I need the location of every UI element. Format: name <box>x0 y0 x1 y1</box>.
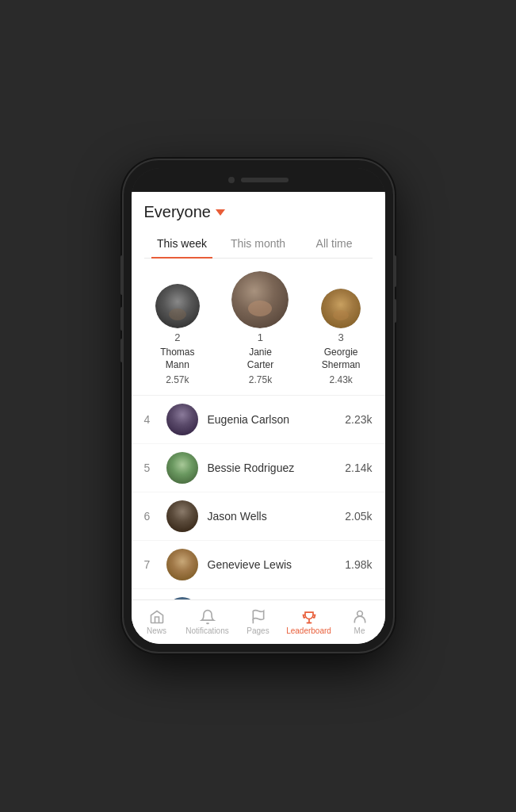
leaderboard-content: 1 Janie Carter 2.75k <box>132 259 385 599</box>
list-score: 2.05k <box>345 510 372 523</box>
camera <box>228 177 235 183</box>
list-rank: 7 <box>144 558 166 571</box>
dropdown-arrow-icon <box>216 209 225 216</box>
volume-down-button <box>393 299 396 323</box>
list-item[interactable]: 4 Eugenia Carlson 2.23k <box>132 396 385 444</box>
list-name: Eugenia Carlson <box>208 413 346 426</box>
rank-3: 3 <box>338 331 344 343</box>
status-bar <box>132 168 385 192</box>
list-avatar <box>166 404 198 435</box>
nav-label-news: News <box>147 626 166 635</box>
tab-all-time[interactable]: All time <box>296 229 373 258</box>
audience-selector[interactable]: Everyone <box>144 203 373 221</box>
name-1: Janie Carter <box>247 347 273 371</box>
mute-button <box>120 255 124 295</box>
name-3: Georgie Sherman <box>322 347 361 371</box>
header: Everyone This week This month All time <box>132 192 385 259</box>
score-3: 2.43k <box>329 374 352 385</box>
tab-this-week[interactable]: This week <box>144 229 220 258</box>
home-icon <box>149 609 165 625</box>
list-score: 2.23k <box>345 413 372 426</box>
speaker <box>241 178 289 182</box>
rank-2: 2 <box>174 331 180 343</box>
list-name: Bessie Rodriguez <box>208 462 346 474</box>
avatar-1 <box>231 271 289 328</box>
nav-item-pages[interactable]: Pages <box>233 609 284 635</box>
nav-label-me: Me <box>354 626 365 635</box>
list-score: 1.98k <box>345 558 372 571</box>
list-score: 2.14k <box>345 462 372 474</box>
podium-item-2: 2 Thomas Mann 2.57k <box>155 284 200 385</box>
podium-item-1: 1 Janie Carter 2.75k <box>231 271 289 385</box>
person-icon <box>352 609 368 625</box>
podium-top3: 1 Janie Carter 2.75k <box>132 259 385 396</box>
trophy-icon <box>301 609 317 625</box>
list-item[interactable]: 7 Genevieve Lewis 1.98k <box>132 541 385 589</box>
phone-screen: Everyone This week This month All time <box>132 168 385 644</box>
svg-point-1 <box>357 611 362 617</box>
list-avatar <box>166 452 198 484</box>
nav-item-notifications[interactable]: Notifications <box>182 609 233 635</box>
bell-icon <box>200 609 216 625</box>
nav-label-notifications: Notifications <box>185 626 228 635</box>
list-rank: 4 <box>144 413 166 426</box>
list-avatar <box>166 500 198 532</box>
list-rank: 5 <box>144 462 166 474</box>
list-name: Jason Wells <box>208 510 346 523</box>
score-2: 2.57k <box>166 374 189 385</box>
name-2: Thomas Mann <box>160 347 194 371</box>
nav-item-news[interactable]: News <box>132 609 182 635</box>
nav-label-pages: Pages <box>247 626 269 635</box>
tab-this-month[interactable]: This month <box>220 229 296 258</box>
leaderboard-list: 4 Eugenia Carlson 2.23k 5 Bessie Rodrigu… <box>132 396 385 599</box>
app-screen: Everyone This week This month All time <box>132 192 385 644</box>
nav-label-leaderboard: Leaderboard <box>286 626 331 635</box>
flag-icon <box>250 609 266 625</box>
rank-1: 1 <box>258 331 263 343</box>
list-name: Genevieve Lewis <box>208 558 346 571</box>
podium-item-3: 3 Georgie Sherman 2.43k <box>321 289 361 385</box>
bottom-navigation: News Notifications Pages <box>132 599 385 644</box>
list-avatar <box>166 549 198 580</box>
audience-label: Everyone <box>144 203 212 221</box>
volume-up-button <box>120 307 124 331</box>
power-button <box>393 255 396 287</box>
list-item[interactable]: 8 Lida Davidson 1.83k <box>132 589 385 599</box>
volume-down-left-button <box>120 339 124 362</box>
list-rank: 6 <box>144 510 166 523</box>
avatar-3 <box>321 289 361 328</box>
score-1: 2.75k <box>249 374 272 385</box>
list-item[interactable]: 5 Bessie Rodriguez 2.14k <box>132 444 385 492</box>
phone-frame: Everyone This week This month All time <box>124 160 393 652</box>
list-item[interactable]: 6 Jason Wells 2.05k <box>132 492 385 541</box>
time-tabs: This week This month All time <box>144 229 373 259</box>
avatar-2 <box>155 284 200 328</box>
nav-item-me[interactable]: Me <box>334 609 385 635</box>
nav-item-leaderboard[interactable]: Leaderboard <box>284 609 334 635</box>
